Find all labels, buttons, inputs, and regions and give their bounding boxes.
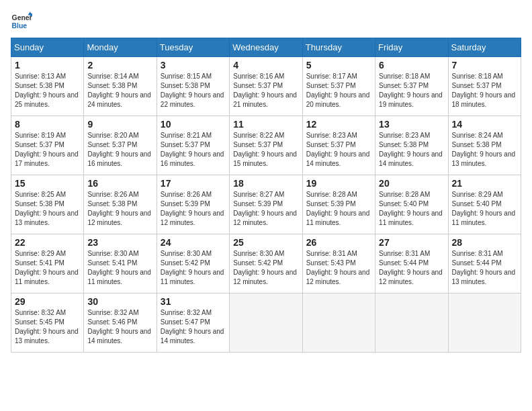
day-number: 7 <box>452 60 517 71</box>
day-info: Sunrise: 8:31 AM Sunset: 5:44 PM Dayligh… <box>452 249 517 287</box>
day-number: 26 <box>306 237 371 248</box>
day-number: 30 <box>87 296 152 307</box>
weekday-header-saturday: Saturday <box>448 38 521 57</box>
day-number: 10 <box>161 119 226 130</box>
calendar-cell: 24 Sunrise: 8:30 AM Sunset: 5:42 PM Dayl… <box>157 234 229 293</box>
calendar-cell <box>375 293 448 353</box>
weekday-header-friday: Friday <box>375 38 448 57</box>
day-number: 21 <box>452 178 517 189</box>
day-number: 20 <box>379 178 444 189</box>
weekday-header-sunday: Sunday <box>11 38 84 57</box>
day-info: Sunrise: 8:31 AM Sunset: 5:44 PM Dayligh… <box>379 249 444 287</box>
calendar-cell: 27 Sunrise: 8:31 AM Sunset: 5:44 PM Dayl… <box>375 234 448 293</box>
day-number: 9 <box>87 119 152 130</box>
day-number: 8 <box>15 119 80 130</box>
day-info: Sunrise: 8:29 AM Sunset: 5:40 PM Dayligh… <box>452 190 517 228</box>
day-number: 13 <box>379 119 444 130</box>
calendar-cell: 31 Sunrise: 8:32 AM Sunset: 5:47 PM Dayl… <box>157 293 229 353</box>
day-info: Sunrise: 8:30 AM Sunset: 5:41 PM Dayligh… <box>87 249 152 287</box>
day-info: Sunrise: 8:21 AM Sunset: 5:37 PM Dayligh… <box>161 131 226 169</box>
day-number: 4 <box>233 60 298 71</box>
day-number: 28 <box>452 237 517 248</box>
calendar-cell: 25 Sunrise: 8:30 AM Sunset: 5:42 PM Dayl… <box>230 234 302 293</box>
calendar-cell: 28 Sunrise: 8:31 AM Sunset: 5:44 PM Dayl… <box>448 234 521 293</box>
calendar-cell: 13 Sunrise: 8:23 AM Sunset: 5:38 PM Dayl… <box>375 116 448 175</box>
day-info: Sunrise: 8:15 AM Sunset: 5:38 PM Dayligh… <box>161 72 226 109</box>
day-number: 3 <box>161 60 226 71</box>
day-info: Sunrise: 8:16 AM Sunset: 5:37 PM Dayligh… <box>233 72 298 109</box>
day-number: 17 <box>161 178 226 189</box>
day-number: 2 <box>87 60 152 71</box>
day-number: 1 <box>15 60 80 71</box>
calendar-cell <box>302 293 375 353</box>
day-info: Sunrise: 8:22 AM Sunset: 5:37 PM Dayligh… <box>233 131 298 169</box>
day-info: Sunrise: 8:13 AM Sunset: 5:38 PM Dayligh… <box>15 72 80 109</box>
day-info: Sunrise: 8:25 AM Sunset: 5:38 PM Dayligh… <box>15 190 80 228</box>
day-number: 6 <box>379 60 444 71</box>
calendar-cell <box>230 293 302 353</box>
calendar-cell: 15 Sunrise: 8:25 AM Sunset: 5:38 PM Dayl… <box>11 175 84 234</box>
calendar-cell: 1 Sunrise: 8:13 AM Sunset: 5:38 PM Dayli… <box>11 57 84 116</box>
day-number: 18 <box>233 178 298 189</box>
calendar-cell: 5 Sunrise: 8:17 AM Sunset: 5:37 PM Dayli… <box>302 57 375 116</box>
day-info: Sunrise: 8:18 AM Sunset: 5:37 PM Dayligh… <box>452 72 517 109</box>
calendar-cell: 12 Sunrise: 8:23 AM Sunset: 5:37 PM Dayl… <box>302 116 375 175</box>
logo-icon: General Blue <box>11 11 32 32</box>
calendar-cell: 22 Sunrise: 8:29 AM Sunset: 5:41 PM Dayl… <box>11 234 84 293</box>
calendar-week-4: 22 Sunrise: 8:29 AM Sunset: 5:41 PM Dayl… <box>11 234 521 293</box>
day-info: Sunrise: 8:17 AM Sunset: 5:37 PM Dayligh… <box>306 72 371 109</box>
calendar-cell: 14 Sunrise: 8:24 AM Sunset: 5:38 PM Dayl… <box>448 116 521 175</box>
calendar-cell: 9 Sunrise: 8:20 AM Sunset: 5:37 PM Dayli… <box>84 116 157 175</box>
weekday-header-tuesday: Tuesday <box>157 38 229 57</box>
day-info: Sunrise: 8:23 AM Sunset: 5:38 PM Dayligh… <box>379 131 444 169</box>
day-number: 14 <box>452 119 517 130</box>
calendar-cell: 18 Sunrise: 8:27 AM Sunset: 5:39 PM Dayl… <box>230 175 302 234</box>
day-number: 31 <box>161 296 226 307</box>
calendar-cell <box>448 293 521 353</box>
weekday-header-wednesday: Wednesday <box>230 38 302 57</box>
calendar-cell: 2 Sunrise: 8:14 AM Sunset: 5:38 PM Dayli… <box>84 57 157 116</box>
day-info: Sunrise: 8:31 AM Sunset: 5:43 PM Dayligh… <box>306 249 371 287</box>
calendar-cell: 19 Sunrise: 8:28 AM Sunset: 5:39 PM Dayl… <box>302 175 375 234</box>
day-number: 29 <box>15 296 80 307</box>
calendar-cell: 17 Sunrise: 8:26 AM Sunset: 5:39 PM Dayl… <box>157 175 229 234</box>
logo: General Blue <box>11 11 32 32</box>
calendar-cell: 10 Sunrise: 8:21 AM Sunset: 5:37 PM Dayl… <box>157 116 229 175</box>
svg-text:General: General <box>12 14 32 21</box>
calendar: SundayMondayTuesdayWednesdayThursdayFrid… <box>11 38 521 353</box>
day-number: 19 <box>306 178 371 189</box>
day-info: Sunrise: 8:27 AM Sunset: 5:39 PM Dayligh… <box>233 190 298 228</box>
calendar-week-2: 8 Sunrise: 8:19 AM Sunset: 5:37 PM Dayli… <box>11 116 521 175</box>
page-header: General Blue <box>11 11 521 32</box>
day-number: 15 <box>15 178 80 189</box>
day-info: Sunrise: 8:24 AM Sunset: 5:38 PM Dayligh… <box>452 131 517 169</box>
day-info: Sunrise: 8:29 AM Sunset: 5:41 PM Dayligh… <box>15 249 80 287</box>
day-info: Sunrise: 8:28 AM Sunset: 5:39 PM Dayligh… <box>306 190 371 228</box>
day-number: 16 <box>87 178 152 189</box>
calendar-cell: 8 Sunrise: 8:19 AM Sunset: 5:37 PM Dayli… <box>11 116 84 175</box>
day-info: Sunrise: 8:28 AM Sunset: 5:40 PM Dayligh… <box>379 190 444 228</box>
calendar-week-5: 29 Sunrise: 8:32 AM Sunset: 5:45 PM Dayl… <box>11 293 521 353</box>
weekday-header-thursday: Thursday <box>302 38 375 57</box>
calendar-cell: 7 Sunrise: 8:18 AM Sunset: 5:37 PM Dayli… <box>448 57 521 116</box>
day-number: 5 <box>306 60 371 71</box>
day-info: Sunrise: 8:18 AM Sunset: 5:37 PM Dayligh… <box>379 72 444 109</box>
day-number: 23 <box>87 237 152 248</box>
calendar-cell: 23 Sunrise: 8:30 AM Sunset: 5:41 PM Dayl… <box>84 234 157 293</box>
weekday-header-monday: Monday <box>84 38 157 57</box>
calendar-cell: 26 Sunrise: 8:31 AM Sunset: 5:43 PM Dayl… <box>302 234 375 293</box>
day-info: Sunrise: 8:30 AM Sunset: 5:42 PM Dayligh… <box>233 249 298 287</box>
calendar-header: SundayMondayTuesdayWednesdayThursdayFrid… <box>11 38 521 57</box>
day-info: Sunrise: 8:20 AM Sunset: 5:37 PM Dayligh… <box>87 131 152 169</box>
calendar-cell: 30 Sunrise: 8:32 AM Sunset: 5:46 PM Dayl… <box>84 293 157 353</box>
day-info: Sunrise: 8:26 AM Sunset: 5:38 PM Dayligh… <box>87 190 152 228</box>
day-number: 27 <box>379 237 444 248</box>
day-info: Sunrise: 8:30 AM Sunset: 5:42 PM Dayligh… <box>161 249 226 287</box>
calendar-week-1: 1 Sunrise: 8:13 AM Sunset: 5:38 PM Dayli… <box>11 57 521 116</box>
day-info: Sunrise: 8:26 AM Sunset: 5:39 PM Dayligh… <box>161 190 226 228</box>
svg-text:Blue: Blue <box>12 22 28 30</box>
day-info: Sunrise: 8:32 AM Sunset: 5:46 PM Dayligh… <box>87 308 152 346</box>
day-info: Sunrise: 8:23 AM Sunset: 5:37 PM Dayligh… <box>306 131 371 169</box>
day-number: 22 <box>15 237 80 248</box>
calendar-cell: 3 Sunrise: 8:15 AM Sunset: 5:38 PM Dayli… <box>157 57 229 116</box>
